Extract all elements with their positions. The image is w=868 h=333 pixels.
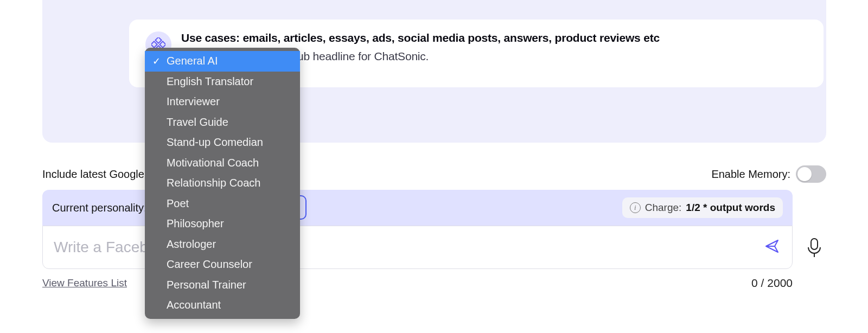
dropdown-item-english-translator[interactable]: English Translator — [145, 72, 300, 92]
svg-rect-0 — [155, 37, 161, 43]
charge-value: 1/2 * output words — [686, 202, 775, 214]
dropdown-item-label: Interviewer — [167, 95, 220, 108]
send-button[interactable] — [764, 238, 781, 257]
dropdown-item-stand-up-comedian[interactable]: Stand-up Comedian — [145, 132, 300, 153]
svg-rect-1 — [151, 41, 157, 47]
dropdown-item-travel-guide[interactable]: Travel Guide — [145, 112, 300, 133]
view-features-link[interactable]: View Features List — [42, 277, 127, 289]
enable-memory-toggle[interactable] — [796, 165, 826, 183]
svg-rect-2 — [159, 41, 165, 47]
dropdown-item-poet[interactable]: Poet — [145, 194, 300, 214]
dropdown-item-label: Career Counselor — [167, 258, 252, 271]
enable-memory-label: Enable Memory: — [711, 168, 790, 181]
card-title: Use cases: emails, articles, essays, ads… — [181, 31, 807, 44]
dropdown-item-relationship-coach[interactable]: Relationship Coach — [145, 173, 300, 194]
info-icon[interactable]: i — [630, 202, 641, 213]
dropdown-item-personal-trainer[interactable]: Personal Trainer — [145, 275, 300, 296]
char-counter: 0 / 2000 — [751, 277, 793, 290]
personality-label: Current personality: — [52, 202, 147, 214]
google-data-label: Include latest Google — [42, 168, 144, 181]
dropdown-item-label: Travel Guide — [167, 116, 228, 129]
dropdown-item-label: Astrologer — [167, 238, 216, 251]
dropdown-item-philosopher[interactable]: Philosopher — [145, 214, 300, 234]
dropdown-item-label: Motivational Coach — [167, 157, 259, 169]
charge-pill: i Charge: 1/2 * output words — [622, 197, 783, 218]
microphone-button[interactable] — [805, 236, 824, 260]
dropdown-item-label: Poet — [167, 197, 189, 210]
send-icon — [764, 238, 781, 255]
microphone-icon — [805, 236, 824, 258]
dropdown-item-astrologer[interactable]: Astrologer — [145, 234, 300, 255]
dropdown-item-label: Personal Trainer — [167, 279, 246, 291]
dropdown-item-label: Relationship Coach — [167, 177, 260, 189]
dropdown-item-label: Stand-up Comedian — [167, 136, 263, 149]
dropdown-item-label: Philosopher — [167, 217, 224, 230]
dropdown-item-label: English Translator — [167, 75, 253, 88]
charge-label: Charge: — [645, 202, 682, 214]
dropdown-item-accountant[interactable]: Accountant — [145, 295, 300, 316]
dropdown-item-general-ai[interactable]: ✓ General AI — [145, 51, 300, 72]
personality-dropdown[interactable]: ✓ General AI English Translator Intervie… — [145, 48, 300, 319]
check-icon: ✓ — [152, 55, 161, 67]
dropdown-item-label: Accountant — [167, 299, 221, 311]
dropdown-item-interviewer[interactable]: Interviewer — [145, 92, 300, 112]
dropdown-item-career-counselor[interactable]: Career Counselor — [145, 254, 300, 275]
dropdown-item-motivational-coach[interactable]: Motivational Coach — [145, 153, 300, 174]
dropdown-item-label: General AI — [167, 55, 218, 67]
svg-rect-5 — [811, 239, 818, 249]
